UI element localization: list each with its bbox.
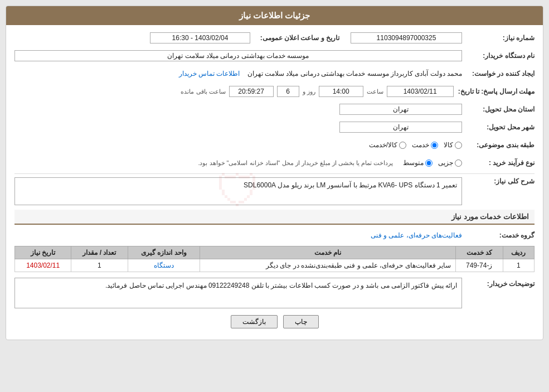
category-kala-khedmat: کالا/خدمت [369,141,406,149]
buyer-comment-label: توضیحات خریدار: [462,278,535,288]
cell-unit: دستگاه [128,259,200,272]
city-row: شهر محل تحویل: تهران [14,120,535,134]
category-khedmat: خدمت [412,141,438,149]
page-title: جزئیات اطلاعات نیاز [6,6,543,25]
need-number-row: شماره نیاز: 1103094897000325 تاریخ و ساع… [14,31,535,45]
category-khedmat-label: خدمت [412,141,429,149]
category-radio-khedmat[interactable] [431,142,438,149]
need-desc-wrapper: 🛡 تعمیر 1 دستگاه KVA6- UPS مرتبط با آسان… [14,177,462,205]
card-body: شماره نیاز: 1103094897000325 تاریخ و ساع… [6,25,543,340]
reply-time: 14:00 [319,86,363,97]
services-table: ردیف کد خدمت نام خدمت واحد اندازه گیری ت… [14,246,535,272]
services-section-header: اطلاعات خدمات مورد نیاز [14,210,535,225]
process-jozi: جزیی [438,159,462,167]
category-radio-kala-khedmat[interactable] [399,142,406,149]
col-quantity: تعداد / مقدار [71,246,128,259]
page-wrapper: جزئیات اطلاعات نیاز شماره نیاز: 11030948… [0,0,549,392]
need-number-value: 1103094897000325 [351,32,462,43]
org-label: نام دستگاه خریدار: [462,52,535,60]
service-group-row: گروه خدمت: فعالیت‌های حرفه‌ای، علمی و فن… [14,228,535,243]
announce-value: 1403/02/04 - 16:30 [150,32,250,43]
buyer-comment-value: ارائه پیش فاکتور الزامی می باشد و در صور… [14,278,462,308]
cell-row-num: 1 [503,259,535,272]
reply-date-group: 1403/02/11 ساعت 14:00 روز و 6 20:59:27 س… [14,86,454,97]
cell-service-name: سایر فعالیت‌های حرفه‌ای، علمی و فنی طبقه… [200,259,456,272]
need-number-label: شماره نیاز: [462,34,535,42]
contact-link[interactable]: اطلاعات تماس خریدار [179,70,240,78]
table-header-row: ردیف کد خدمت نام خدمت واحد اندازه گیری ت… [15,246,535,259]
col-date: تاریخ نیاز [15,246,71,259]
print-button[interactable]: چاپ [283,315,319,328]
cell-date: 1403/02/11 [15,259,71,272]
col-service-name: نام خدمت [200,246,456,259]
cell-service-code: ز-74-749 [455,259,503,272]
category-kala: کالا [444,141,462,149]
col-row-num: ردیف [503,246,535,259]
col-service-code: کد خدمت [455,246,503,259]
reply-remaining: 20:59:27 [229,86,274,97]
category-label: طبقه بندی موضوعی: [462,141,535,149]
reply-days: 6 [277,86,299,97]
process-motavaset: متوسط [403,159,433,167]
process-row: نوع فرآیند خرید : جزیی متوسط پرداخت تمام… [14,156,535,170]
need-desc-label: شرح کلی نیاز: [462,177,535,185]
province-value: تهران [339,104,462,115]
category-kala-label: کالا [444,141,453,149]
table-row: 1 ز-74-749 سایر فعالیت‌های حرفه‌ای، علمی… [15,259,535,272]
creator-row: ایجاد کننده در خواست: محمد دولت آبادی کا… [14,66,535,81]
process-jozi-label: جزیی [438,159,453,167]
creator-value: محمد دولت آبادی کاربرداز موسسه خدمات بهد… [14,70,462,78]
back-button[interactable]: بازگشت [231,315,278,328]
org-value: موسسه خدمات بهداشتی درمانی میلاد سلامت ت… [14,50,462,61]
category-radio-kala[interactable] [455,142,462,149]
org-row: نام دستگاه خریدار: موسسه خدمات بهداشتی د… [14,49,535,63]
cell-quantity: 1 [71,259,128,272]
process-radio-jozi[interactable] [455,159,462,167]
divider-1 [14,173,535,174]
process-motavaset-label: متوسط [403,159,424,167]
process-radio-motavaset[interactable] [425,159,433,167]
main-card: جزئیات اطلاعات نیاز شماره نیاز: 11030948… [6,6,543,340]
reply-remaining-label: ساعت باقی مانده [181,88,225,95]
watermark: 🛡 [216,166,261,217]
reply-time-label: ساعت [367,88,383,95]
category-row: طبقه بندی موضوعی: کالا خدمت کالا/خدمت [14,138,535,152]
category-kala-khedmat-label: کالا/خدمت [369,141,397,149]
city-label: شهر محل تحویل: [462,123,535,131]
service-group-value[interactable]: فعالیت‌های حرفه‌ای، علمی و فنی [371,231,462,239]
province-row: استان محل تحویل: تهران [14,102,535,117]
province-label: استان محل تحویل: [462,105,535,113]
creator-text: محمد دولت آبادی کاربرداز موسسه خدمات بهد… [247,70,462,78]
reply-deadline-label: مهلت ارسال پاسخ: تا تاریخ: [454,88,535,95]
city-value: تهران [339,122,462,133]
category-radio-group: کالا خدمت کالا/خدمت [14,141,462,149]
announce-label: تاریخ و ساعت اعلان عمومی: [250,34,351,42]
service-group-label: گروه خدمت: [462,231,535,239]
footer-buttons: چاپ بازگشت [14,315,535,334]
process-label: نوع فرآیند خرید : [462,159,535,167]
creator-label: ایجاد کننده در خواست: [462,70,535,78]
reply-days-label: روز و [303,88,315,95]
reply-date: 1403/02/11 [387,86,454,97]
buyer-comment-row: توضیحات خریدار: ارائه پیش فاکتور الزامی … [14,278,535,308]
need-desc-row: شرح کلی نیاز: 🛡 تعمیر 1 دستگاه KVA6- UPS… [14,177,535,205]
col-unit: واحد اندازه گیری [128,246,200,259]
reply-deadline-row: مهلت ارسال پاسخ: تا تاریخ: 1403/02/11 سا… [14,84,535,99]
